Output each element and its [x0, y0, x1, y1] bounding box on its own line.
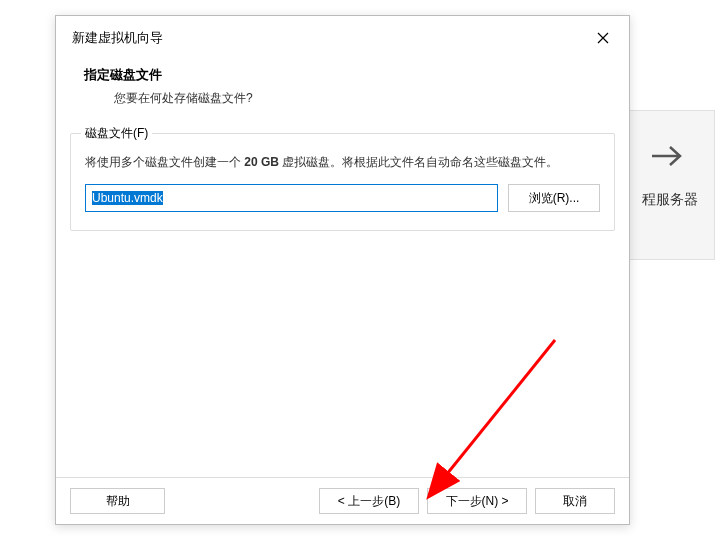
dialog-title: 新建虚拟机向导 [72, 29, 163, 47]
help-button[interactable]: 帮助 [70, 488, 165, 514]
dialog-titlebar: 新建虚拟机向导 [56, 16, 629, 60]
next-button[interactable]: 下一步(N) > [427, 488, 527, 514]
file-input-row: Ubuntu.vmdk 浏览(R)... [85, 184, 600, 212]
browse-button[interactable]: 浏览(R)... [508, 184, 600, 212]
disk-file-input-value: Ubuntu.vmdk [92, 191, 163, 205]
dialog-footer: 帮助 < 上一步(B) 下一步(N) > 取消 [56, 477, 629, 524]
dialog-header: 指定磁盘文件 您要在何处存储磁盘文件? [56, 60, 629, 125]
cancel-button[interactable]: 取消 [535, 488, 615, 514]
groupbox-legend: 磁盘文件(F) [81, 125, 152, 142]
remote-server-label: 程服务器 [642, 191, 698, 209]
back-button[interactable]: < 上一步(B) [319, 488, 419, 514]
dialog-content: 磁盘文件(F) 将使用多个磁盘文件创建一个 20 GB 虚拟磁盘。将根据此文件名… [56, 125, 629, 477]
close-button[interactable] [589, 24, 617, 52]
dialog-heading: 指定磁盘文件 [84, 66, 601, 84]
new-vm-wizard-dialog: 新建虚拟机向导 指定磁盘文件 您要在何处存储磁盘文件? 磁盘文件(F) 将使用多… [55, 15, 630, 525]
disk-file-groupbox: 磁盘文件(F) 将使用多个磁盘文件创建一个 20 GB 虚拟磁盘。将根据此文件名… [70, 133, 615, 231]
disk-description: 将使用多个磁盘文件创建一个 20 GB 虚拟磁盘。将根据此文件名自动命名这些磁盘… [85, 152, 600, 172]
disk-file-input[interactable]: Ubuntu.vmdk [85, 184, 498, 212]
close-icon [597, 32, 609, 44]
dialog-subheading: 您要在何处存储磁盘文件? [84, 90, 601, 107]
forward-arrow-icon [650, 141, 690, 171]
background-remote-server-panel: 程服务器 [625, 110, 715, 260]
